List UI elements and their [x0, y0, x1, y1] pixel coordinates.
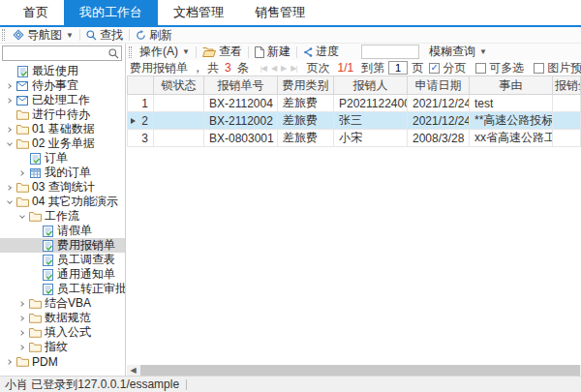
comma: ， [192, 60, 203, 76]
chevron-right-icon[interactable] [16, 302, 27, 306]
sidebar-item-general-notice[interactable]: 通用通知单 [0, 267, 125, 282]
sidebar-item-processed[interactable]: 已处理工作 [0, 93, 125, 107]
sidebar-item-query-stats[interactable]: 03 查询统计 [0, 180, 125, 195]
preview-label: 图片预览 [547, 60, 581, 76]
last-page-icon[interactable]: ▶| [290, 64, 296, 73]
sidebar-item-formula[interactable]: 填入公式 [0, 325, 125, 340]
record-count: 3 [225, 61, 231, 75]
chevron-down-icon[interactable] [16, 216, 27, 218]
col-amount[interactable]: 报销金额 [553, 76, 581, 95]
action-label: 操作(A) [139, 44, 178, 60]
sidebar-item-workflow[interactable]: 工作流 [0, 209, 125, 224]
sidebar-item-data-spec[interactable]: 数据规范 [0, 311, 125, 325]
prev-page-icon[interactable]: ◀ [271, 64, 276, 73]
first-page-icon[interactable]: |◀ [260, 64, 266, 73]
sidebar-item-my-orders[interactable]: 我的订单 [0, 166, 125, 180]
tab-document-management[interactable]: 文档管理 [158, 0, 239, 25]
chevron-right-icon[interactable] [16, 346, 27, 349]
preview-checkbox[interactable] [534, 63, 544, 74]
folder-icon [27, 211, 43, 222]
sidebar-item-other-features[interactable]: 04 其它功能演示 [0, 195, 125, 209]
table-row[interactable]: 3 BX-0803001 差旅费 小宋 2008/3/28 xx省高速公路工程投… [128, 130, 581, 147]
find-button[interactable]: 查找 [81, 27, 128, 43]
sidebar-item-recent[interactable]: 最近使用 [0, 64, 125, 78]
navmap-label: 导航图 [27, 27, 62, 44]
refresh-button[interactable]: 刷新 [131, 27, 177, 43]
form-icon [40, 255, 55, 266]
folder-icon [15, 138, 30, 149]
dropdown-arrow-icon: ▼ [66, 31, 74, 40]
total-prefix: 共 [207, 60, 219, 76]
search-icon[interactable] [108, 48, 119, 59]
chevron-down-icon[interactable] [4, 143, 15, 145]
goto-page-input[interactable] [388, 61, 408, 75]
col-doc-number[interactable]: 报销单号 [204, 76, 278, 95]
paging-checkbox[interactable] [429, 63, 440, 74]
progress-label: 进度 [316, 44, 339, 60]
chevron-right-icon[interactable] [4, 186, 15, 190]
sidebar-item-employee-confirmation[interactable]: 员工转正审批表 [0, 282, 125, 296]
table-row-selected[interactable]: 2 BX-2112002 差旅费 张三 2021/12/24 **高速公路投标 [128, 112, 581, 130]
col-claimant[interactable]: 报销人 [334, 76, 408, 95]
col-expense-category[interactable]: 费用类别 [278, 76, 334, 95]
records-table: 锁状态 报销单号 费用类别 报销人 申请日期 事由 报销金额 1 BX-2112… [127, 75, 581, 147]
sidebar-item-orders[interactable]: 订单 [0, 151, 125, 166]
sidebar-item-pdm[interactable]: PDM [0, 354, 125, 369]
sidebar-item-employee-survey[interactable]: 员工调查表 [0, 253, 125, 267]
fuzzy-query-dropdown[interactable]: 模糊查询 ▼ [429, 44, 487, 60]
chevron-right-icon[interactable] [4, 84, 15, 88]
folder-icon [27, 342, 43, 352]
col-reason[interactable]: 事由 [470, 76, 553, 95]
col-lock-status[interactable]: 锁状态 [154, 76, 204, 95]
chevron-right-icon[interactable] [16, 331, 27, 335]
dropdown-arrow-icon: ▼ [182, 47, 190, 56]
chevron-right-icon[interactable] [16, 317, 27, 320]
form-icon [40, 240, 55, 252]
action-menu-button[interactable]: 操作(A) ▼ [135, 45, 195, 60]
new-button[interactable]: 新建 [250, 45, 295, 60]
chevron-down-icon[interactable] [4, 201, 15, 203]
sidebar: 最近使用 待办事宜 已处理工作 进行中待办 01 基础数据 [0, 44, 126, 376]
quick-filter-input[interactable] [361, 45, 419, 59]
sidebar-item-inprogress[interactable]: 进行中待办 [0, 107, 125, 122]
chevron-right-icon[interactable] [4, 128, 15, 132]
sidebar-item-todo[interactable]: 待办事宜 [0, 78, 125, 93]
navmap-button[interactable]: 导航图 ▼ [8, 27, 78, 43]
sidebar-item-business-docs[interactable]: 02 业务单据 [0, 136, 125, 151]
mail-icon [15, 96, 30, 106]
page-info: 1/1 [337, 61, 353, 75]
chevron-right-icon[interactable] [16, 171, 27, 175]
sidebar-item-basedata[interactable]: 01 基础数据 [0, 122, 125, 136]
col-apply-date[interactable]: 申请日期 [408, 76, 470, 95]
sidebar-item-expense-form[interactable]: 费用报销单 [0, 238, 125, 253]
chevron-right-icon[interactable] [4, 99, 15, 103]
form-icon [15, 66, 30, 77]
tab-my-workbench[interactable]: 我的工作台 [64, 0, 158, 25]
progress-button[interactable]: 进度 [298, 45, 344, 60]
current-row-marker-icon [131, 118, 136, 124]
form-icon [40, 269, 55, 281]
toolbar-separator [296, 46, 297, 58]
tab-home[interactable]: 首页 [8, 0, 64, 25]
chevron-right-icon[interactable] [4, 360, 15, 364]
paging-label: 分页 [443, 60, 466, 76]
toolbar-separator [129, 29, 130, 41]
scrollbar-thumb[interactable] [140, 365, 580, 376]
sidebar-item-leave-form[interactable]: 请假单 [0, 224, 125, 238]
table-row[interactable]: 1 BX-2112004 差旅费 P20211224000001 2021/12… [128, 95, 581, 112]
goto-label: 到第 [361, 60, 384, 76]
multiselect-checkbox-wrap: 可多选 [475, 60, 524, 76]
status-bar: 小肖 已登录到127.0.0.1/essample [0, 376, 581, 392]
view-button[interactable]: 查看 [198, 45, 247, 60]
progress-icon [303, 47, 313, 57]
sidebar-search-input[interactable] [5, 46, 107, 60]
scroll-left-arrow[interactable]: ◀ [127, 365, 139, 376]
tab-sales-management[interactable]: 销售管理 [239, 0, 321, 25]
next-page-icon[interactable]: ▶ [281, 64, 286, 73]
statusbar-separator [186, 379, 187, 390]
multiselect-checkbox[interactable] [475, 63, 486, 74]
preview-checkbox-wrap: 图片预览 [534, 60, 581, 76]
table-header-row: 锁状态 报销单号 费用类别 报销人 申请日期 事由 报销金额 [128, 76, 581, 95]
sidebar-item-fingerprint[interactable]: 指纹 [0, 340, 125, 354]
sidebar-item-vba[interactable]: 结合VBA [0, 296, 125, 311]
